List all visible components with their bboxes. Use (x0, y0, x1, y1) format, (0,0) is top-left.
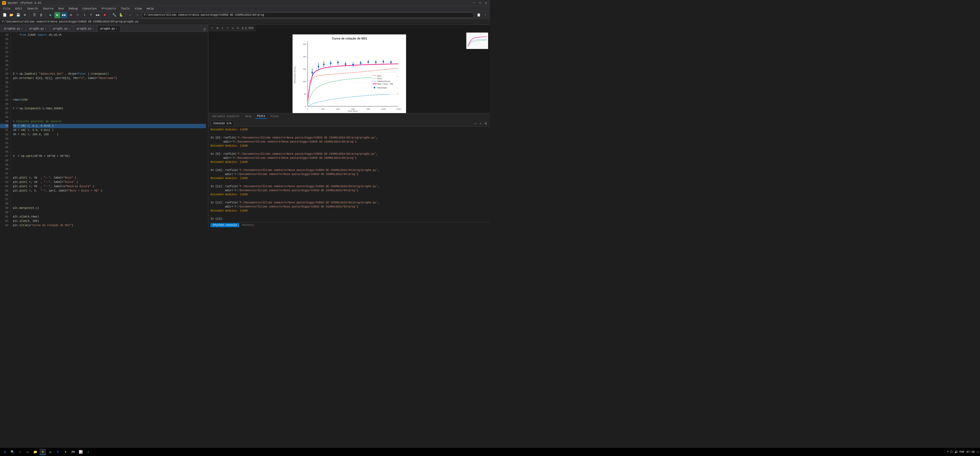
anchor-button[interactable]: @ (38, 12, 44, 18)
menu-projects[interactable]: Projects (100, 6, 118, 11)
debug-button[interactable]: ⚙ (68, 12, 74, 18)
code-line-59: plt.margins(0.1) (13, 206, 206, 210)
code-line-64: plt.xlabel(u"Raio (kpc)") (13, 228, 206, 228)
console-options-button[interactable]: ☰ (484, 121, 488, 126)
plot-settings-button[interactable]: ⚙ (235, 26, 240, 30)
step-button[interactable]: ↷ (75, 12, 81, 18)
run-cell-button[interactable]: ▶ (54, 12, 60, 18)
svg-text:Observado: Observado (377, 87, 387, 89)
tab-prog5e[interactable]: prog5e.py ✕ (97, 26, 120, 32)
open-file-button[interactable]: 📂 (8, 12, 14, 18)
new-file-button[interactable]: 📄 (2, 12, 8, 18)
menu-run[interactable]: Run (56, 6, 66, 11)
menu-tools[interactable]: Tools (119, 6, 132, 11)
menu-source[interactable]: Source (41, 6, 56, 11)
plot-thumbnail[interactable] (466, 32, 488, 49)
back-button[interactable]: ← (127, 12, 134, 18)
svg-point-33 (337, 62, 339, 63)
menu-debug[interactable]: Debug (67, 6, 80, 11)
plot-tab-variable-explorer[interactable]: Variable explorer (210, 114, 241, 118)
svg-text:200: 200 (303, 56, 306, 58)
tab-prog03a[interactable]: prog03a.py ✕ (1, 26, 26, 32)
console-expand-button[interactable]: ⤢ (473, 121, 477, 126)
tab-prog5c[interactable]: prog5c.py ✕ (50, 26, 73, 32)
path-up-button[interactable]: ↑ (482, 12, 488, 18)
code-line-26 (13, 63, 206, 68)
maximize-button[interactable]: □ (478, 1, 482, 5)
code-line-58 (13, 202, 206, 206)
svg-text:150: 150 (303, 68, 306, 70)
tab-close-prog5b[interactable]: ✕ (45, 27, 46, 30)
plot-delete-button[interactable]: ✕ (220, 26, 224, 30)
console-line-r8: Reloaded modules: lib05 (210, 144, 488, 148)
code-line-37 (13, 111, 206, 115)
code-line-54: plt.plot( r, Vh , "--", label=u"Matéria … (13, 184, 206, 189)
plot-tab-help[interactable]: Help (243, 114, 253, 118)
code-line-52: plt.plot( r, Vb , "--", label="Bojo" ) (13, 176, 206, 180)
plot-tab-plots[interactable]: Plots (255, 114, 267, 119)
svg-point-35 (345, 63, 346, 65)
plot-expand-button[interactable]: ⤢ (225, 26, 230, 30)
continue-button[interactable]: ▶▶ (95, 12, 101, 18)
console-tab-1[interactable]: Console 1/A (210, 120, 234, 126)
plot-section: □ ⧉ ✕ ⤢ ↻ ⚙ Q Q 95% Curva de rotação (208, 25, 490, 119)
tab-label: prog5e.py (100, 27, 115, 30)
spyder-button[interactable]: 🔧 (111, 12, 117, 18)
tab-close-prog5e[interactable]: ✕ (116, 27, 118, 30)
menu-file[interactable]: File (1, 6, 13, 11)
tab-close-prog5c[interactable]: ✕ (69, 27, 70, 30)
console-edit-button[interactable]: ✎ (478, 121, 483, 126)
code-line-36: r = np.linspace(0.1,rmax,30000) (13, 106, 206, 111)
plot-refresh-button[interactable]: ↻ (231, 26, 235, 30)
path-copy-button[interactable]: 📋 (476, 12, 482, 18)
console-subtab-ipython[interactable]: IPython console (210, 223, 239, 227)
console-subtab-history[interactable]: History (240, 223, 256, 227)
editor-options-button[interactable]: ☰ (202, 27, 207, 32)
menu-edit[interactable]: Edit (13, 6, 24, 11)
plot-tab-files[interactable]: Files (269, 114, 280, 118)
code-line-34: rmax=1350 (13, 98, 206, 102)
tab-prog5d[interactable]: prog5d.py ✕ (73, 26, 97, 32)
run-button[interactable]: ▶ (48, 12, 54, 18)
tab-label: prog5c.py (53, 27, 68, 30)
plot-copy-button[interactable]: ⧉ (215, 26, 220, 30)
minimize-button[interactable]: ─ (472, 1, 476, 5)
menu-view[interactable]: View (132, 6, 144, 11)
code-line-46 (13, 150, 206, 154)
code-editor[interactable]: from lib05 import vb,vd,vh D = np.loadtx… (11, 32, 208, 228)
menu-help[interactable]: Help (145, 6, 156, 11)
stop-button[interactable]: ■ (102, 12, 108, 18)
preferences-button[interactable]: ☰ (32, 12, 37, 18)
step-in-button[interactable]: ↴ (81, 12, 88, 18)
menu-consoles[interactable]: Consoles (80, 6, 99, 11)
code-line-32 (13, 89, 206, 94)
code-line-39: # Conjunto possível de valores (13, 119, 206, 124)
svg-text:600: 600 (351, 108, 355, 110)
save-button[interactable]: 💾 (15, 12, 21, 18)
console-tabs-bar: Console 1/A ⤢ ✎ ☰ (208, 119, 490, 127)
step-out-button[interactable]: ↱ (88, 12, 94, 18)
save-all-button[interactable]: ⊞ (22, 12, 28, 18)
close-button[interactable]: ✕ (484, 1, 488, 5)
code-line-41: Vd = vd( r, 8.0, 4.0e11 ) (13, 128, 206, 132)
code-line-24 (13, 55, 206, 59)
tab-close-prog03a[interactable]: ✕ (21, 27, 23, 30)
code-line-31 (13, 85, 206, 89)
tab-close-prog5d[interactable]: ✕ (92, 27, 94, 30)
forward-button[interactable]: → (134, 12, 140, 18)
console-line-0: Reloaded modules: lib05 (210, 128, 488, 132)
console-line-2 (210, 148, 488, 152)
menu-bar: File Edit Search Source Run Debug Consol… (0, 6, 490, 11)
svg-text:0: 0 (307, 108, 308, 110)
right-panel: □ ⧉ ✕ ⤢ ↻ ⚙ Q Q 95% Curva de rotação (208, 25, 490, 228)
plot-new-button[interactable]: □ (210, 26, 214, 30)
svg-point-31 (330, 62, 331, 64)
svg-point-41 (368, 61, 369, 63)
console-line-6 (210, 213, 488, 217)
tab-prog5b[interactable]: prog5b.py ✕ (26, 26, 49, 32)
python-button[interactable]: 🐍 (118, 12, 124, 18)
menu-search[interactable]: Search (25, 6, 40, 11)
window-controls[interactable]: ─ □ ✕ (472, 1, 488, 5)
run-cell-advance-button[interactable]: ▶▶ (61, 12, 67, 18)
console-line-r11: Reloaded modules: lib05 (210, 192, 488, 197)
